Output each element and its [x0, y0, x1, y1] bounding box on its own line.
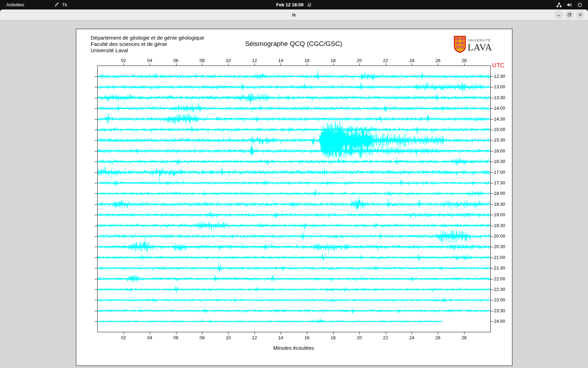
- clock-menu[interactable]: Feb 12 18:59: [0, 0, 588, 9]
- x-tick-label-bottom: 16: [304, 335, 309, 340]
- x-tick-label-top: 06: [173, 58, 178, 63]
- utc-time-label: 18:00: [494, 191, 505, 196]
- x-tick-label-bottom: 02: [121, 335, 126, 340]
- universite-laval-logo: UNIVERSITÉ LAVAL: [454, 36, 493, 53]
- logo-text-laval: LAVAL: [468, 42, 493, 53]
- header-line-3: Université Laval: [91, 47, 204, 54]
- x-tick-label-top: 28: [462, 58, 467, 63]
- window-controls: [554, 11, 584, 19]
- x-tick-label-bottom: 28: [462, 335, 467, 340]
- x-tick-label-top: 10: [226, 58, 231, 63]
- header-line-1: Département de géologie et de génie géol…: [91, 35, 204, 41]
- x-tick-label-bottom: 10: [226, 335, 231, 340]
- x-tick-label-top: 22: [383, 58, 388, 63]
- utc-time-label: 12:30: [494, 74, 505, 79]
- system-status-area[interactable]: [556, 0, 588, 9]
- utc-time-label: 13:00: [494, 84, 505, 89]
- utc-time-label: 17:00: [494, 170, 505, 175]
- x-tick-label-bottom: 06: [173, 335, 178, 340]
- x-axis-title: Minutes écoulées: [273, 345, 314, 351]
- utc-time-label: 19:00: [494, 212, 505, 217]
- x-tick-label-bottom: 20: [357, 335, 362, 340]
- utc-time-label: 20:00: [494, 233, 505, 239]
- utc-time-label: 23:00: [494, 297, 505, 302]
- x-tick-label-bottom: 08: [200, 335, 204, 340]
- volume-icon: [567, 2, 572, 8]
- x-tick-label-bottom: 12: [252, 335, 257, 340]
- institution-header: Département de géologie et de génie géol…: [91, 35, 204, 54]
- utc-time-label: 14:30: [494, 116, 505, 122]
- utc-time-label: 16:00: [494, 148, 505, 154]
- utc-time-label: 20:30: [494, 244, 505, 249]
- x-tick-label-bottom: 24: [409, 335, 414, 340]
- utc-time-label: 18:30: [494, 202, 505, 207]
- x-tick-label-bottom: 18: [331, 335, 336, 340]
- utc-time-label: 16:30: [494, 159, 505, 164]
- maximize-button[interactable]: [565, 11, 574, 19]
- utc-time-label: 15:00: [494, 127, 505, 132]
- utc-time-label: 21:30: [494, 265, 505, 271]
- header-line-2: Faculté des sciences et de génie: [91, 41, 204, 47]
- seismogram-plot: [76, 29, 512, 366]
- utc-time-label: 22:30: [494, 287, 505, 292]
- x-tick-label-top: 12: [252, 58, 257, 63]
- window-title: tk: [292, 12, 296, 18]
- x-tick-label-bottom: 22: [383, 335, 388, 340]
- utc-time-label: 22:00: [494, 276, 505, 281]
- x-tick-label-top: 14: [278, 58, 283, 63]
- clock-label: Feb 12 18:59: [276, 2, 303, 7]
- utc-time-label: 19:30: [494, 223, 505, 228]
- x-tick-label-top: 26: [435, 58, 440, 63]
- utc-time-label: 21:00: [494, 255, 505, 260]
- utc-time-label: 17:30: [494, 180, 505, 185]
- utc-axis-label: UTC: [492, 62, 504, 69]
- utc-time-label: 23:30: [494, 308, 505, 313]
- x-tick-label-top: 18: [331, 58, 336, 63]
- x-tick-label-top: 20: [357, 58, 362, 63]
- minimize-button[interactable]: [554, 11, 563, 19]
- close-button[interactable]: [576, 11, 584, 19]
- notifications-muted-icon: [307, 2, 312, 7]
- tk-window-body: Département de géologie et de génie géol…: [0, 20, 588, 368]
- plot-title: Séismographe QCQ (CGC/GSC): [245, 40, 342, 48]
- utc-time-label: 15:30: [494, 137, 505, 143]
- window-titlebar[interactable]: tk: [0, 9, 588, 20]
- x-tick-label-bottom: 04: [147, 335, 152, 340]
- gnome-top-bar: Activities Tk Feb 12 18:59: [0, 0, 588, 9]
- seismograph-canvas-area: Département de géologie et de génie géol…: [76, 29, 512, 366]
- x-tick-label-bottom: 26: [435, 335, 440, 340]
- x-tick-label-top: 24: [409, 58, 414, 63]
- utc-time-label: 14:00: [494, 105, 505, 111]
- x-tick-label-top: 02: [121, 58, 126, 63]
- power-icon: [577, 2, 582, 7]
- utc-time-label: 13:30: [494, 95, 505, 100]
- x-tick-label-top: 04: [147, 58, 152, 63]
- network-wired-icon: [556, 2, 562, 8]
- x-tick-label-top: 16: [304, 58, 309, 63]
- utc-time-label: 24:00: [494, 319, 505, 324]
- x-tick-label-top: 08: [200, 58, 204, 63]
- x-tick-label-bottom: 14: [278, 335, 283, 340]
- logo-text-universite: UNIVERSITÉ: [468, 39, 491, 42]
